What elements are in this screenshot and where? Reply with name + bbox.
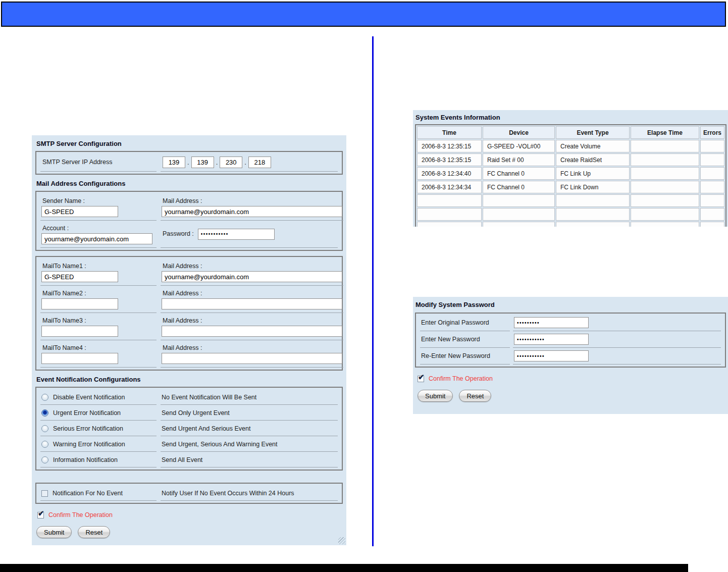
option-disable-cell: Disable Event Notification [40,389,157,405]
mailto-addr2-input[interactable] [162,298,342,309]
ip-dot: . [216,159,218,166]
original-password-row: Enter Original Password [416,315,725,331]
option-label: Serious Error Notification [53,425,123,432]
option-information-cell: Information Notification [40,452,157,467]
smtp-ip-box: SMTP Server IP Address . . . [35,151,343,175]
mailto-name3-cell: MailTo Name3 : [40,315,157,340]
account-input[interactable] [41,233,152,244]
option-label: Warning Error Notification [53,441,125,448]
confirm-operation-label: Confirm The Operation [429,375,493,382]
mailto-name2-cell: MailTo Name2 : [40,288,157,313]
event-time: 2006-8-3 12:35:15 [417,140,482,152]
mailto-addr3-cell: Mail Address : [161,315,343,340]
column-header-time: Time [417,126,482,139]
option-urgent-cell: Urgent Error Notification [40,405,157,421]
event-device [483,222,555,227]
system-events-panel: System Events Information Time Device Ev… [413,110,728,227]
reenter-password-row: Re-Enter New Password [416,348,725,365]
serious-notification-radio[interactable] [41,425,48,432]
mailto-name4-input[interactable] [41,353,118,364]
option-label: Information Notification [53,456,118,463]
mailto-addr1-input[interactable] [162,271,342,282]
column-header-elapse-time: Elapse Time [631,126,699,139]
reset-button[interactable]: Reset [78,526,110,538]
account-row: Account : Password : [36,221,342,248]
sender-name-label: Sender Name : [42,197,155,204]
confirm-operation-checkbox[interactable] [418,376,424,382]
disable-notification-radio[interactable] [41,394,48,401]
confirm-operation-checkbox[interactable] [37,512,44,518]
ip-octet-3-input[interactable] [220,157,242,168]
mailto-name4-label: MailTo Name4 : [42,344,155,351]
event-type [556,194,630,207]
original-password-label-cell: Enter Original Password [420,316,510,331]
option-label: Urgent Error Notification [53,409,121,417]
ip-dot: . [244,159,246,166]
mailto-addr2-label: Mail Address : [163,290,342,297]
event-time [417,222,482,227]
submit-button[interactable]: Submit [418,390,453,402]
event-elapse [631,153,699,166]
no-event-desc: Notify User If No Event Occurs Within 24… [161,485,338,501]
event-elapse [631,181,699,193]
option-desc: Send All Event [161,452,338,467]
event-type [556,222,630,227]
submit-button[interactable]: Submit [36,526,72,538]
urgent-notification-radio[interactable] [41,409,48,417]
sender-row: Sender Name : Mail Address : [36,193,342,221]
event-errors [700,222,724,227]
original-password-label: Enter Original Password [421,319,489,326]
reset-button[interactable]: Reset [459,390,491,402]
smtp-ip-inputs-cell: . . . [161,155,338,172]
event-time: 2006-8-3 12:35:15 [417,153,482,166]
original-password-input[interactable] [514,317,589,328]
sender-name-input[interactable] [41,206,118,217]
option-label: Disable Event Notification [53,394,125,401]
new-password-input[interactable] [514,334,589,345]
information-notification-radio[interactable] [41,456,48,463]
event-row: 2006-8-3 12:35:15 G-SPEED -VOL#00 Create… [417,140,724,152]
mailto-addr1-label: Mail Address : [163,263,342,270]
event-errors [700,167,724,180]
mailto-name3-input[interactable] [41,326,118,337]
mail-section-title: Mail Address Configurations [36,180,342,187]
ip-octet-2-input[interactable] [191,157,214,168]
mailto-addr4-label: Mail Address : [163,344,342,351]
sender-mail-input[interactable] [162,206,342,217]
mailto-name1-input[interactable] [41,271,118,282]
resize-grip-icon[interactable] [338,537,345,544]
event-type: Create Volume [556,140,630,152]
event-errors [700,140,724,152]
column-header-event-type: Event Type [556,126,630,139]
option-serious-cell: Serious Error Notification [40,421,157,436]
ip-octet-1-input[interactable] [163,157,185,168]
smtp-ip-label: SMTP Server IP Address [42,159,112,166]
mailto-addr4-input[interactable] [162,353,342,364]
account-label: Account : [42,225,155,232]
sender-mail-label: Mail Address : [163,197,342,204]
mailto-name2-input[interactable] [41,298,118,309]
smtp-ip-label-cell: SMTP Server IP Address [40,155,157,172]
new-password-row: Enter New Password [416,331,725,348]
warning-notification-radio[interactable] [41,441,48,448]
no-event-checkbox[interactable] [41,490,48,497]
top-banner [1,2,726,27]
event-errors [700,208,724,221]
event-device: Raid Set # 00 [483,153,555,166]
option-row-information: Information Notification Send All Event [36,452,342,467]
mailto-addr3-input[interactable] [162,326,342,337]
confirm-operation-label: Confirm The Operation [48,511,113,518]
mailto-addr2-cell: Mail Address : [161,288,343,313]
mailto-name1-cell: MailTo Name1 : [40,261,157,286]
new-password-label-cell: Enter New Password [420,333,510,348]
event-row: 2006-8-3 12:34:34 FC Channel 0 FC Link D… [417,181,724,193]
smtp-button-row: Submit Reset [36,526,346,538]
reenter-password-input[interactable] [514,350,589,361]
reenter-password-input-cell [513,349,721,365]
ip-octet-4-input[interactable] [248,157,271,168]
option-warning-cell: Warning Error Notification [40,436,157,452]
events-section-title: System Events Information [415,114,726,121]
reenter-password-label-cell: Re-Enter New Password [420,349,510,365]
event-device: G-SPEED -VOL#00 [483,140,555,152]
password-input[interactable] [198,229,275,240]
